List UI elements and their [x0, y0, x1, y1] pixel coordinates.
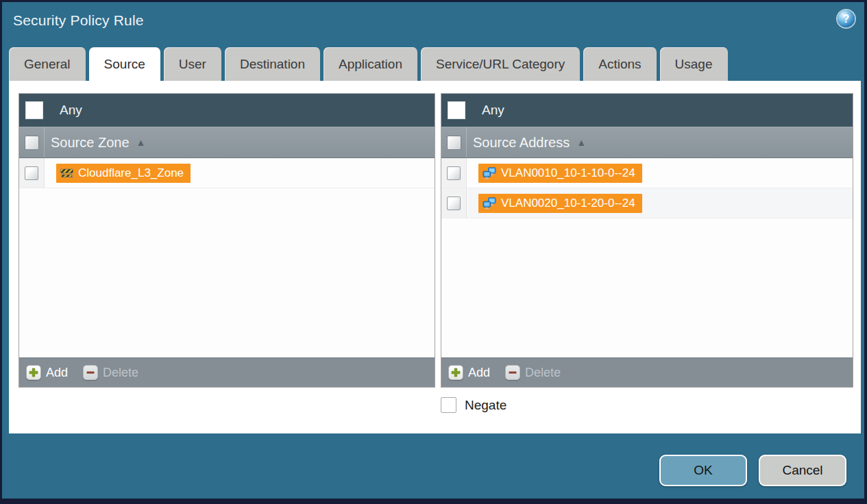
row-checkbox[interactable] [25, 166, 38, 180]
ok-button[interactable]: OK [659, 455, 747, 486]
source-zone-any-bar: Any [19, 94, 435, 127]
add-button[interactable]: Add [26, 365, 68, 380]
list-item[interactable]: VLAN0020_10-1-20-0--24 [441, 188, 853, 218]
address-tag[interactable]: VLAN0020_10-1-20-0--24 [478, 194, 642, 213]
tab-general[interactable]: General [9, 47, 86, 81]
source-zone-list: Cloudflare_L3_Zone [19, 158, 435, 357]
row-gutter [19, 158, 45, 188]
row-gutter [441, 188, 467, 218]
tab-application[interactable]: Application [323, 47, 417, 81]
source-tab-content: Any Source Zone ▲ [9, 81, 861, 433]
cancel-button[interactable]: Cancel [759, 455, 846, 486]
zone-tag-label: Cloudflare_L3_Zone [78, 166, 184, 180]
source-zone-any-checkbox[interactable] [25, 101, 43, 119]
source-address-column-header[interactable]: Source Address ▲ [441, 127, 853, 158]
list-item[interactable]: Cloudflare_L3_Zone [19, 158, 435, 188]
source-address-footer: Add Delete [441, 357, 853, 387]
source-zone-column-title: Source Zone [51, 135, 130, 151]
add-button[interactable]: Add [448, 365, 490, 380]
negate-checkbox[interactable] [441, 397, 456, 413]
tab-service-url-category[interactable]: Service/URL Category [421, 47, 580, 81]
source-address-any-checkbox[interactable] [448, 101, 465, 119]
source-address-any-label: Any [482, 103, 504, 118]
delete-button-label: Delete [103, 366, 138, 380]
delete-icon [83, 365, 98, 380]
delete-button-disabled[interactable]: Delete [83, 365, 138, 380]
source-address-select-all-checkbox[interactable] [447, 136, 461, 150]
add-button-label: Add [468, 366, 490, 380]
source-address-any-bar: Any [441, 94, 853, 127]
source-address-list: VLAN0010_10-1-10-0--24 [441, 158, 853, 357]
source-zone-panel: Any Source Zone ▲ [19, 93, 435, 388]
source-zone-column-header[interactable]: Source Zone ▲ [19, 127, 435, 158]
row-checkbox[interactable] [447, 197, 461, 210]
row-gutter [441, 158, 467, 188]
tab-source[interactable]: Source [89, 47, 160, 81]
sort-ascending-icon: ▲ [136, 137, 146, 148]
security-policy-rule-dialog: Security Policy Rule ? General Source Us… [0, 0, 867, 504]
delete-icon [505, 365, 520, 380]
source-zone-footer: Add Delete [19, 357, 435, 387]
select-all-gutter [19, 127, 45, 158]
add-icon [448, 365, 463, 380]
select-all-gutter [441, 127, 467, 158]
add-icon [26, 365, 41, 380]
tab-destination[interactable]: Destination [225, 47, 320, 81]
tab-user[interactable]: User [164, 47, 221, 81]
source-zone-any-label: Any [60, 103, 82, 118]
dialog-title: Security Policy Rule [13, 12, 144, 29]
zone-icon [60, 168, 73, 179]
delete-button-label: Delete [525, 366, 561, 380]
source-address-panel: Any Source Address ▲ [441, 93, 853, 388]
tab-bar: General Source User Destination Applicat… [9, 47, 728, 81]
negate-row: Negate [441, 397, 506, 413]
help-icon[interactable]: ? [838, 10, 855, 27]
negate-label: Negate [465, 398, 506, 413]
sort-ascending-icon: ▲ [576, 137, 586, 148]
address-icon [483, 167, 496, 179]
dialog-chrome: Security Policy Rule ? General Source Us… [2, 2, 864, 499]
zone-tag[interactable]: Cloudflare_L3_Zone [56, 164, 191, 183]
source-zone-select-all-checkbox[interactable] [25, 136, 39, 150]
address-tag-label: VLAN0020_10-1-20-0--24 [501, 197, 635, 210]
list-item[interactable]: VLAN0010_10-1-10-0--24 [441, 158, 853, 188]
address-tag[interactable]: VLAN0010_10-1-10-0--24 [478, 164, 642, 183]
tab-actions[interactable]: Actions [583, 47, 656, 81]
add-button-label: Add [46, 366, 68, 380]
delete-button-disabled[interactable]: Delete [505, 365, 561, 380]
source-address-column-title: Source Address [473, 135, 570, 151]
row-checkbox[interactable] [447, 166, 461, 180]
address-icon [483, 197, 496, 210]
address-tag-label: VLAN0010_10-1-10-0--24 [501, 166, 635, 180]
tab-usage[interactable]: Usage [660, 47, 728, 81]
